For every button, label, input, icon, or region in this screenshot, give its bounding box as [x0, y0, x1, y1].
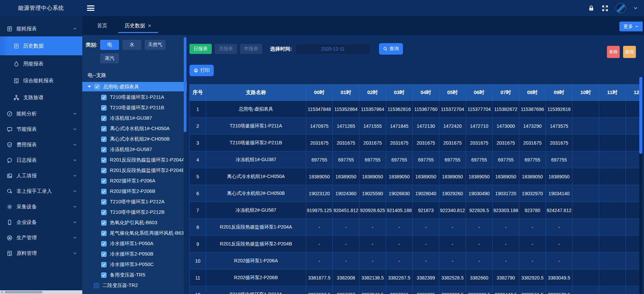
scrollbar-thumb[interactable]	[5, 291, 42, 293]
tree-item[interactable]: 离心式冷水机组1#-CH050A	[86, 123, 183, 134]
query-button[interactable]: 查询	[379, 43, 403, 55]
tree-item[interactable]: 离心式冷水机组2#-CH050B	[86, 134, 183, 144]
checkbox-checked[interactable]	[101, 157, 107, 163]
print-button[interactable]: 打印	[189, 65, 214, 76]
cell-value: 1473000	[493, 118, 519, 135]
tree-item[interactable]: T210塔釜循环泵2-P211B	[86, 102, 183, 113]
tree-item[interactable]: R202循环泵1-P206A	[86, 176, 183, 186]
cell-value: -	[333, 219, 359, 236]
scrollbar-thumb[interactable]	[639, 77, 642, 154]
lock-icon[interactable]	[588, 5, 594, 11]
cell-value: 3087727	[333, 286, 359, 294]
checkbox-checked[interactable]	[101, 95, 107, 100]
checkbox-checked[interactable]	[101, 272, 107, 278]
tree-item[interactable]: R202循环泵2-P206B	[86, 186, 183, 197]
checkbox-checked[interactable]	[101, 116, 107, 121]
tab-home[interactable]: 首页	[92, 16, 112, 35]
cell-branch-name: 冷冻机组2#-GU587	[206, 202, 306, 219]
tree-item[interactable]: 冷冻机组1#-GU387	[86, 113, 183, 123]
cell-value: 115372704	[439, 101, 466, 118]
cell-value: 3088323.5	[466, 286, 493, 294]
sidebar-item-non-report-manual-entry[interactable]: 非上报手工录入	[0, 183, 82, 199]
tree-item[interactable]: 热氧化炉引风机-B603	[86, 217, 183, 228]
checkbox-checked[interactable]	[101, 231, 107, 236]
sidebar-item-energy-use-report[interactable]: 用能报表	[0, 55, 82, 72]
checkbox-checked[interactable]	[101, 220, 107, 226]
table-vertical-scrollbar[interactable]	[639, 76, 642, 294]
report-type-buttons: 日报表月报表年报表	[189, 44, 265, 54]
user-avatar[interactable]	[616, 3, 626, 13]
fullscreen-icon[interactable]	[602, 5, 608, 11]
sidebar-item-log-report[interactable]: 日志报表	[0, 152, 82, 168]
sidebar-item-energy-report[interactable]: 能耗报表	[0, 21, 82, 36]
tree-item[interactable]: R201反应段热媒盐循环泵2-P204B	[86, 165, 183, 176]
checkbox-checked[interactable]	[101, 137, 107, 142]
tree-item[interactable]: 冷冻机组2#-GU587	[86, 144, 183, 155]
category-button-蒸汽[interactable]: 蒸汽	[100, 53, 119, 63]
checkbox-checked[interactable]	[101, 178, 107, 184]
category-button-天然气[interactable]: 天然气	[145, 40, 166, 50]
sidebar-item-manual-fill[interactable]: 人工填报	[0, 168, 82, 183]
scrollbar-thumb[interactable]	[184, 37, 186, 132]
report-type-button-年报表[interactable]: 年报表	[240, 44, 262, 54]
date-input[interactable]	[295, 44, 370, 54]
category-button-水[interactable]: 水	[122, 40, 141, 50]
checkbox-checked[interactable]	[101, 199, 107, 205]
checkbox-checked[interactable]	[101, 168, 107, 173]
tree-item[interactable]: R201反应段热媒盐循环泵1-P204A	[86, 155, 183, 165]
report-type-button-日报表[interactable]: 日报表	[189, 44, 212, 54]
checkbox-checked[interactable]	[101, 126, 107, 131]
sidebar-item-collect-device[interactable]: 采集设备	[0, 199, 82, 214]
cell-value	[599, 269, 626, 286]
tree-item[interactable]: 备用变压器-TR5	[86, 270, 183, 280]
sidebar-item-comprehensive-energy-report[interactable]: 综合能耗报表	[0, 72, 82, 89]
sidebar-item-material-mgmt[interactable]: 原料管理	[0, 245, 82, 261]
tree-item[interactable]: 冷水循环泵3-P050C	[86, 259, 183, 270]
cell-value: 1473290	[519, 118, 546, 135]
checkbox-checked[interactable]	[94, 84, 100, 89]
scrollbar-left-arrow-icon[interactable]	[1, 291, 3, 294]
checkbox-checked[interactable]	[101, 147, 107, 152]
sidebar-item-history-data[interactable]: 历史数据	[0, 36, 82, 55]
tree-root-node[interactable]: 总用电-虚拟表具	[82, 82, 187, 91]
checkbox-checked[interactable]	[101, 241, 107, 246]
more-button[interactable]: 更多	[619, 22, 643, 31]
sidebar-item-cost-report[interactable]: 费用报表	[0, 137, 82, 152]
tree-item[interactable]: T210塔釜循环泵1-P211A	[86, 92, 183, 102]
sidebar-item-production-mgmt[interactable]: 生产管理	[0, 230, 82, 245]
chevron-down-icon[interactable]	[633, 6, 638, 10]
report-type-button-月报表[interactable]: 月报表	[215, 44, 237, 54]
caret-down-icon[interactable]	[88, 86, 91, 88]
sidebar-item-label: 能耗分析	[17, 111, 73, 117]
checkbox-checked[interactable]	[101, 105, 107, 111]
tab-history-data[interactable]: 历史数据 ✕	[120, 16, 156, 35]
checkbox-checked[interactable]	[101, 252, 107, 257]
hamburger-menu-icon[interactable]	[87, 5, 94, 11]
curve-view-button[interactable]: 曲线	[623, 46, 636, 58]
sidebar-item-branch-genealogy[interactable]: 支路族谱	[0, 89, 82, 106]
cell-value: 18389050	[413, 168, 439, 185]
checkbox-checked[interactable]	[101, 262, 107, 267]
tab-close-icon[interactable]: ✕	[148, 24, 151, 28]
table-view-button[interactable]: 表格	[607, 46, 620, 58]
checkbox-checked[interactable]	[101, 210, 107, 215]
column-header: 08时	[519, 85, 546, 101]
tree-item[interactable]: T210塔中循环泵1-P212A	[86, 197, 183, 207]
tree-item[interactable]: 冷水循环泵1-P050A	[86, 238, 183, 249]
tree-item[interactable]: T210塔中循环泵2-P212B	[86, 207, 183, 217]
tree-item[interactable]: 冷水循环泵2-P050B	[86, 249, 183, 259]
category-button-电[interactable]: 电	[100, 40, 119, 50]
cell-value: 1473575	[546, 118, 573, 135]
sidebar-item-energy-analysis[interactable]: 能耗分析	[0, 106, 82, 121]
checkbox-unchecked[interactable]	[94, 283, 99, 288]
tree-item-partial[interactable]: 二段变压器-TR2	[86, 280, 183, 291]
cell-value	[599, 151, 626, 168]
checkbox-checked[interactable]	[101, 189, 107, 194]
manual-entry-icon	[7, 188, 12, 194]
tree-vertical-scrollbar[interactable]	[184, 36, 186, 294]
date-label: 选择时间:	[270, 46, 292, 52]
sidebar-item-enterprise-device[interactable]: 企业设备	[0, 214, 82, 230]
sidebar-horizontal-scrollbar[interactable]	[0, 290, 82, 294]
sidebar-item-energy-saving-report[interactable]: 节能报表	[0, 121, 82, 137]
tree-item[interactable]: 尾气催化氧化系统再循环风机-B63	[86, 228, 183, 238]
